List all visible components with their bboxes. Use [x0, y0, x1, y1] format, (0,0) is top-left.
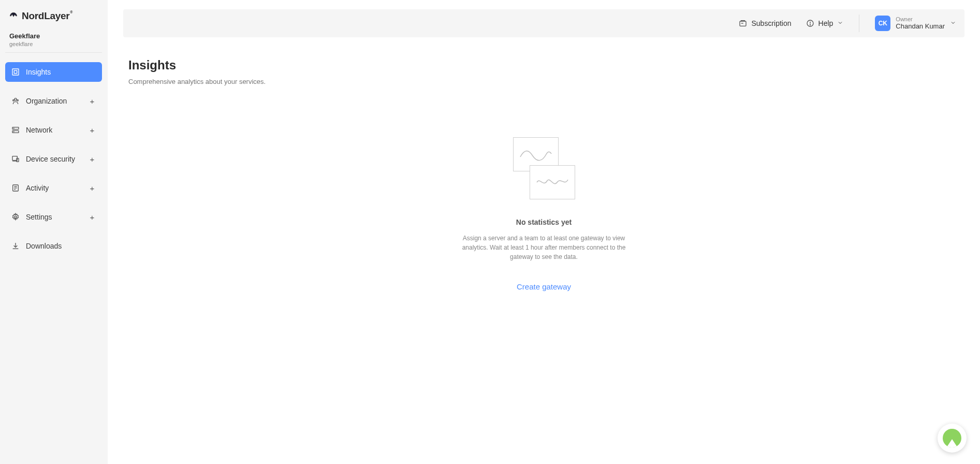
sidebar: NordLayer® Geekflare geekflare Insights: [0, 0, 108, 464]
org-block[interactable]: Geekflare geekflare: [5, 29, 102, 53]
org-slug: geekflare: [9, 41, 98, 47]
topbar: Subscription Help CK Owner Chandan Kumar: [123, 9, 964, 37]
sidebar-item-activity[interactable]: Activity +: [5, 178, 102, 198]
downloads-icon: [11, 242, 20, 250]
svg-point-8: [13, 132, 14, 132]
svg-point-2: [14, 98, 17, 100]
sidebar-item-organization[interactable]: Organization +: [5, 91, 102, 111]
svg-rect-1: [14, 70, 17, 73]
subscription-link[interactable]: Subscription: [739, 19, 791, 27]
expand-icon[interactable]: +: [89, 155, 96, 164]
brand-name: NordLayer®: [22, 10, 72, 22]
insights-icon: [11, 68, 20, 76]
user-menu[interactable]: CK Owner Chandan Kumar: [875, 16, 956, 31]
sidebar-item-label: Settings: [26, 213, 52, 221]
help-icon: [806, 19, 814, 27]
page-title: Insights: [128, 58, 959, 72]
empty-title: No statistics yet: [516, 218, 572, 226]
brand-logo[interactable]: NordLayer®: [5, 10, 102, 29]
svg-point-4: [17, 99, 19, 101]
sidebar-item-label: Organization: [26, 97, 67, 105]
help-widget-button[interactable]: [938, 424, 967, 453]
sidebar-item-label: Downloads: [26, 242, 62, 250]
empty-text: Assign a server and a team to at least o…: [456, 234, 632, 262]
user-role: Owner: [896, 16, 945, 23]
sidebar-item-downloads[interactable]: Downloads: [5, 236, 102, 256]
help-label: Help: [818, 19, 833, 27]
activity-icon: [11, 184, 20, 192]
chevron-down-icon: [837, 19, 843, 27]
create-gateway-link[interactable]: Create gateway: [517, 282, 571, 291]
settings-icon: [11, 213, 20, 221]
svg-rect-0: [12, 69, 19, 75]
network-icon: [11, 126, 20, 134]
topbar-divider: [859, 15, 859, 32]
sidebar-item-settings[interactable]: Settings +: [5, 207, 102, 227]
help-widget-icon: [943, 429, 961, 447]
expand-icon[interactable]: +: [89, 97, 96, 106]
page-subtitle: Comprehensive analytics about your servi…: [128, 78, 959, 85]
svg-point-3: [13, 99, 14, 101]
help-menu[interactable]: Help: [806, 19, 844, 27]
device-security-icon: [11, 155, 20, 163]
sidebar-item-device-security[interactable]: Device security +: [5, 149, 102, 169]
svg-point-20: [810, 24, 810, 25]
subscription-icon: [739, 19, 747, 27]
svg-point-15: [14, 216, 17, 218]
organization-icon: [11, 97, 20, 105]
expand-icon[interactable]: +: [89, 184, 96, 193]
sidebar-item-label: Network: [26, 126, 52, 134]
sidebar-item-insights[interactable]: Insights: [5, 62, 102, 82]
empty-illustration-icon: [513, 137, 575, 199]
nordlayer-logo-icon: [9, 12, 18, 20]
chevron-down-icon: [950, 19, 956, 28]
svg-point-7: [13, 128, 14, 128]
expand-icon[interactable]: +: [89, 126, 96, 135]
sidebar-item-network[interactable]: Network +: [5, 120, 102, 140]
user-name: Chandan Kumar: [896, 23, 945, 31]
expand-icon[interactable]: +: [89, 213, 96, 222]
sidebar-nav: Insights Organization + Network: [5, 62, 102, 263]
subscription-label: Subscription: [751, 19, 791, 27]
avatar: CK: [875, 16, 890, 31]
sidebar-item-label: Device security: [26, 155, 75, 163]
sidebar-item-label: Activity: [26, 184, 49, 192]
sidebar-item-label: Insights: [26, 68, 51, 76]
empty-state: No statistics yet Assign a server and a …: [128, 137, 959, 291]
org-name: Geekflare: [9, 32, 98, 40]
